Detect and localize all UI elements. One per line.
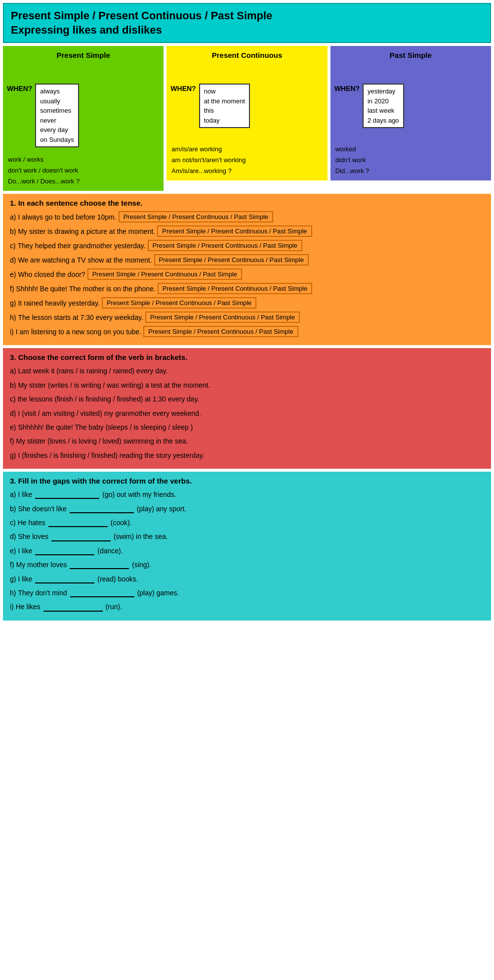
item-prefix: She loves	[18, 531, 48, 542]
section2-item-1: b) My stster (writes / is writing / was …	[10, 380, 484, 391]
item-label: h)	[10, 312, 16, 323]
item-label: h)	[10, 587, 16, 598]
when-box-present-simple: always usually sometimes never every day…	[35, 84, 79, 147]
item-suffix: (sing).	[132, 559, 151, 570]
fill-blank-6[interactable]	[35, 575, 94, 583]
item-prefix: They don't mind	[18, 587, 67, 598]
section3-item-2: c) He hates (cook).	[10, 517, 484, 528]
tense-grid: Present Simple WHEN? always usually some…	[3, 46, 491, 191]
fill-blank-8[interactable]	[43, 603, 103, 612]
item-label: b)	[10, 226, 16, 237]
item-label: d)	[10, 408, 16, 419]
tense-when-present-simple: WHEN? always usually sometimes never eve…	[3, 81, 164, 150]
item-label: a)	[10, 365, 16, 376]
item-sentence: Who closed the door?	[18, 269, 85, 280]
tense-col-present-simple: Present Simple WHEN? always usually some…	[3, 46, 164, 191]
section1-title: 1. In each sentence choose the tense.	[10, 199, 484, 207]
item-sentence: It rained heavily yesterday.	[18, 298, 100, 309]
tense-choice-btn-3[interactable]: Present Simple / Present Continuous / Pa…	[154, 254, 309, 266]
item-prefix: She doesn't like	[18, 503, 66, 514]
item-sentence: I (finishes / is finishing / finished) r…	[18, 450, 204, 461]
item-sentence: I always go to bed before 10pm.	[18, 212, 116, 223]
item-label: f)	[10, 559, 14, 570]
when-label: WHEN?	[7, 84, 32, 92]
item-label: i)	[10, 326, 14, 337]
tense-forms-present-simple: work / works don't work / doesn't work D…	[3, 150, 164, 191]
item-sentence: They helped their grandmother yesterday.	[18, 240, 146, 251]
item-label: g)	[10, 450, 16, 461]
item-label: d)	[10, 531, 16, 542]
item-sentence: My stster (writes / is writing / was wri…	[18, 380, 210, 391]
fill-blank-1[interactable]	[70, 504, 134, 513]
item-label: e)	[10, 422, 16, 433]
item-label: e)	[10, 269, 16, 280]
fill-blank-2[interactable]	[48, 518, 108, 527]
tense-choice-btn-0[interactable]: Present Simple / Present Continuous / Pa…	[119, 211, 273, 223]
section1-item-6: g) It rained heavily yesterday. Present …	[10, 297, 484, 309]
section1-item-7: h) The lesson starts at 7:30 every weekd…	[10, 312, 484, 323]
tense-choice-btn-6[interactable]: Present Simple / Present Continuous / Pa…	[102, 297, 256, 309]
tense-col-present-continuous: Present Continuous WHEN? now at the mome…	[166, 46, 327, 191]
tense-choice-btn-1[interactable]: Present Simple / Present Continuous / Pa…	[157, 225, 312, 237]
page-title: Present Simple / Present Continuous / Pa…	[11, 9, 483, 37]
tense-choice-btn-7[interactable]: Present Simple / Present Continuous / Pa…	[145, 312, 300, 323]
tense-when-present-continuous: WHEN? now at the moment this today	[166, 81, 327, 140]
item-label: c)	[10, 517, 16, 528]
item-suffix: (go) out with my friends.	[102, 489, 176, 500]
item-suffix: (dance).	[97, 545, 123, 556]
item-suffix: (play) any sport.	[137, 503, 186, 514]
item-sentence: Last week it (rains / is raining / raine…	[18, 365, 167, 376]
section3-title: 3. Fill in the gaps with the correct for…	[10, 477, 484, 485]
tense-choice-btn-2[interactable]: Present Simple / Present Continuous / Pa…	[148, 240, 302, 251]
when-label-2: WHEN?	[170, 84, 196, 92]
item-suffix: (run).	[106, 601, 122, 612]
when-box-present-continuous: now at the moment this today	[199, 84, 250, 128]
when-label-3: WHEN?	[334, 84, 360, 92]
section3-items: a) I like (go) out with my friends.b) Sh…	[10, 489, 484, 613]
item-prefix: He hates	[18, 517, 45, 528]
tense-header-past-simple: Past Simple	[330, 46, 491, 81]
fill-blank-7[interactable]	[70, 588, 134, 597]
section2-items: a) Last week it (rains / is raining / ra…	[10, 365, 484, 461]
item-label: c)	[10, 240, 16, 251]
section2-item-2: c) the lessons (finish / is finishing / …	[10, 394, 484, 404]
section2-item-4: e) Shhhhh! Be quite! The baby (sleeps / …	[10, 422, 484, 433]
tense-col-past-simple: Past Simple WHEN? yesterday in 2020 last…	[330, 46, 491, 191]
section1-items: a) I always go to bed before 10pm. Prese…	[10, 211, 484, 337]
section1-item-2: c) They helped their grandmother yesterd…	[10, 240, 484, 251]
item-label: a)	[10, 489, 16, 500]
item-sentence: I am listening to a new song on you tube…	[16, 326, 142, 337]
item-sentence: I (visit / am visiting / visited) my gra…	[18, 408, 201, 419]
section1-item-3: d) We are watching a TV show at the mome…	[10, 254, 484, 266]
fill-blank-3[interactable]	[51, 533, 111, 541]
item-sentence: My sister is drawing a picture at the mo…	[18, 226, 155, 237]
section3-item-4: e) I like (dance).	[10, 545, 484, 556]
tense-header-present-simple: Present Simple	[3, 46, 164, 81]
item-sentence: My stister (loves / is loving / loved) s…	[16, 436, 188, 446]
section3-item-0: a) I like (go) out with my friends.	[10, 489, 484, 500]
item-prefix: He likes	[16, 601, 41, 612]
item-sentence: We are watching a TV show at the moment.	[18, 255, 152, 266]
fill-blank-0[interactable]	[35, 490, 99, 499]
section1: 1. In each sentence choose the tense. a)…	[3, 194, 491, 345]
item-suffix: (play) games.	[137, 587, 179, 598]
section1-item-1: b) My sister is drawing a picture at the…	[10, 225, 484, 237]
item-suffix: (cook).	[111, 517, 132, 528]
fill-blank-5[interactable]	[70, 560, 129, 569]
section1-item-8: i) I am listening to a new song on you t…	[10, 326, 484, 337]
tense-choice-btn-4[interactable]: Present Simple / Present Continuous / Pa…	[87, 268, 242, 280]
section1-item-5: f) Shhhh! Be quite! The mother is on the…	[10, 283, 484, 294]
item-label: a)	[10, 212, 16, 223]
item-label: i)	[10, 601, 14, 612]
item-sentence: Shhhhh! Be quite! The baby (sleeps / is …	[18, 422, 193, 433]
item-label: f)	[10, 283, 14, 294]
item-sentence: the lessons (finish / is finishing / fin…	[18, 394, 200, 404]
tense-choice-btn-8[interactable]: Present Simple / Present Continuous / Pa…	[143, 326, 298, 337]
item-label: b)	[10, 380, 16, 391]
item-label: e)	[10, 545, 16, 556]
fill-blank-4[interactable]	[35, 546, 94, 555]
tense-choice-btn-5[interactable]: Present Simple / Present Continuous / Pa…	[158, 283, 312, 294]
item-label: g)	[10, 298, 16, 309]
section3: 3. Fill in the gaps with the correct for…	[3, 472, 491, 621]
tense-forms-past-simple: worked didn't work Did...work ?	[330, 140, 491, 180]
